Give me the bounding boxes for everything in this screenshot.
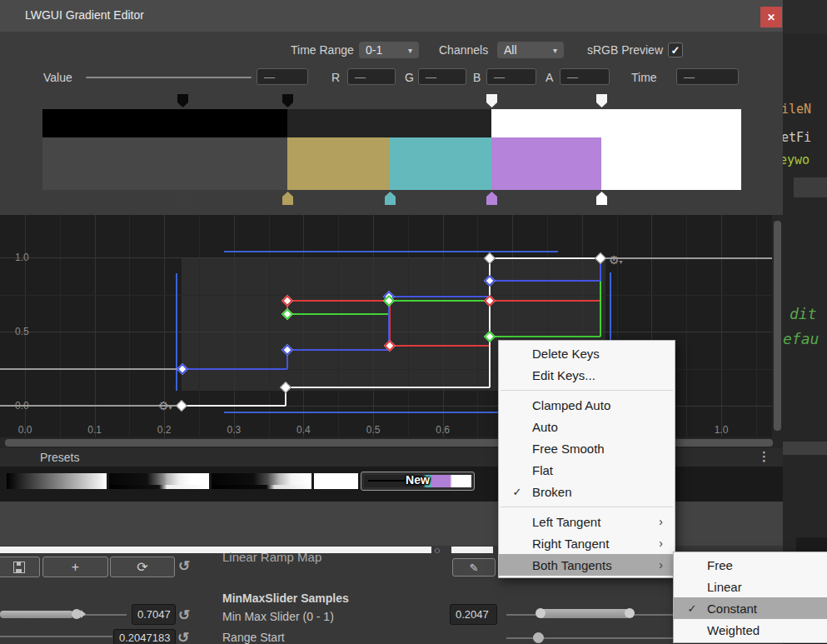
menu-item-label: Clamped Auto [532, 398, 610, 412]
gridline-minor [408, 215, 409, 437]
preset-swatch[interactable] [7, 473, 107, 489]
gradient-alpha-segment [287, 109, 491, 137]
curve-segment-blue [490, 280, 600, 282]
minmax-grip-right[interactable] [625, 608, 635, 618]
menu-item-label: Linear [707, 580, 742, 594]
ramp-map-label: Linear Ramp Map [222, 550, 321, 564]
menu-item-label: Edit Keys... [532, 368, 595, 382]
code-text-fragment: etFi [781, 130, 811, 145]
range-start-label: Range Start [222, 631, 285, 644]
curve-segment-blue [287, 349, 389, 351]
gradient-preview-strip[interactable] [42, 109, 741, 190]
submenu-item-linear[interactable]: Linear [674, 576, 827, 597]
code-editor-block [783, 442, 827, 455]
value-field-1[interactable]: 0.7047 [132, 604, 176, 625]
curve-segment-gray [600, 257, 781, 259]
curve-segment-white [182, 405, 286, 407]
submenu-item-constant[interactable]: ✓Constant [674, 597, 827, 619]
minmax-range-bar[interactable] [537, 609, 630, 618]
undo-icon[interactable]: ↺ [178, 607, 190, 624]
submenu-arrow-icon: › [659, 515, 663, 528]
preset-swatch[interactable] [212, 473, 311, 489]
menu-item-flat[interactable]: Flat [499, 459, 675, 481]
menu-item-clamped-auto[interactable]: Clamped Auto [499, 394, 675, 416]
value-field[interactable]: — [257, 68, 308, 85]
submenu-item-weighted[interactable]: Weighted [674, 619, 827, 641]
submenu-item-free[interactable]: Free [674, 554, 827, 576]
curve-segment-white [286, 387, 490, 388]
ramp-texture-preview-2 [451, 547, 493, 553]
menu-item-broken[interactable]: ✓Broken [499, 481, 675, 502]
slider-track-2[interactable] [0, 636, 112, 637]
screen: ileNetFieywoditefau ○ Linear Ramp Map + … [0, 0, 827, 644]
value-slider[interactable] [86, 77, 252, 78]
time-field[interactable]: — [676, 68, 739, 85]
preset-swatch[interactable] [109, 473, 209, 489]
gridline-minor [60, 215, 61, 437]
minmax-grip-left[interactable] [536, 608, 546, 618]
menu-item-label: Delete Keys [532, 347, 600, 361]
menu-item-right-tangent[interactable]: Right Tangent› [499, 532, 675, 554]
g-field[interactable]: — [418, 68, 466, 85]
kebab-menu-icon[interactable]: ⋮ [758, 449, 770, 464]
save-ramp-button[interactable] [0, 557, 40, 577]
gear-icon[interactable]: ⚙▾ [609, 253, 623, 267]
preset-swatch[interactable] [314, 473, 358, 489]
circle-icon: ○ [434, 544, 441, 557]
menu-item-left-tangent[interactable]: Left Tangent› [499, 511, 675, 532]
gridline-minor [338, 215, 339, 437]
slider-handle-point [81, 610, 86, 618]
curve-segment-blue [182, 368, 287, 370]
ramp-texture-preview [0, 547, 431, 553]
titlebar[interactable]: LWGUI Gradient Editor ✕ [0, 0, 783, 32]
srgb-preview-checkbox[interactable]: ✓ [668, 42, 683, 57]
v-scrollbar-track[interactable] [772, 215, 783, 437]
channels-dropdown[interactable]: All ▾ [497, 42, 564, 58]
code-text-fragment: efau [783, 330, 819, 347]
b-field[interactable]: — [486, 68, 536, 85]
menu-item-delete-keys[interactable]: Delete Keys [499, 342, 675, 364]
curve-segment-green [490, 336, 600, 337]
curve-segment-gray [0, 405, 182, 407]
gradient-color-segment [491, 137, 601, 190]
gradient-alpha-segment [42, 109, 287, 137]
menu-separator [499, 502, 675, 511]
undo-icon[interactable]: ↺ [178, 557, 190, 575]
time-range-dropdown[interactable]: 0-1 ▾ [359, 42, 419, 58]
undo-icon[interactable]: ↺ [177, 629, 189, 644]
v-scrollbar-handle[interactable] [774, 221, 781, 431]
x-axis-label: 0.0 [15, 424, 35, 436]
value-field-3[interactable]: 0.2047 [450, 604, 497, 625]
menu-item-label: Left Tangent [532, 515, 600, 529]
curve-segment-red [287, 300, 390, 302]
selection-gizmo-line [224, 251, 558, 252]
refresh-ramp-button[interactable]: ⟳ [110, 557, 175, 577]
curve-segment-red [390, 345, 490, 347]
value-field-2[interactable]: 0.2047183 [113, 629, 176, 644]
gear-icon[interactable]: ⚙▾ [158, 399, 172, 412]
menu-item-label: Free [707, 558, 733, 572]
curve-segment-green [389, 300, 490, 302]
gridline-minor [199, 215, 200, 437]
gridline-minor [477, 215, 478, 437]
gridline-minor [756, 215, 757, 437]
b-label: B [473, 71, 481, 84]
new-preset-button[interactable]: New [361, 472, 475, 491]
a-field[interactable]: — [560, 68, 610, 85]
gridline-major [303, 215, 304, 437]
code-text-fragment: ileN [781, 102, 811, 117]
menu-item-label: Free Smooth [532, 442, 605, 456]
menu-separator [499, 386, 675, 394]
menu-item-auto[interactable]: Auto [499, 416, 675, 437]
x-axis-label: 1.0 [711, 424, 731, 436]
close-button[interactable]: ✕ [760, 7, 782, 27]
menu-item-edit-keys[interactable]: Edit Keys... [499, 364, 675, 386]
add-ramp-button[interactable]: + [42, 557, 108, 577]
edit-ramp-button[interactable]: ✎ [452, 558, 496, 577]
menu-item-both-tangents[interactable]: Both Tangents› [499, 554, 675, 576]
r-field[interactable]: — [347, 68, 396, 85]
code-text-fragment: dit [790, 305, 817, 322]
range-start-handle[interactable] [533, 632, 544, 643]
menu-item-free-smooth[interactable]: Free Smooth [499, 437, 675, 459]
curve-key-white[interactable] [176, 400, 187, 412]
